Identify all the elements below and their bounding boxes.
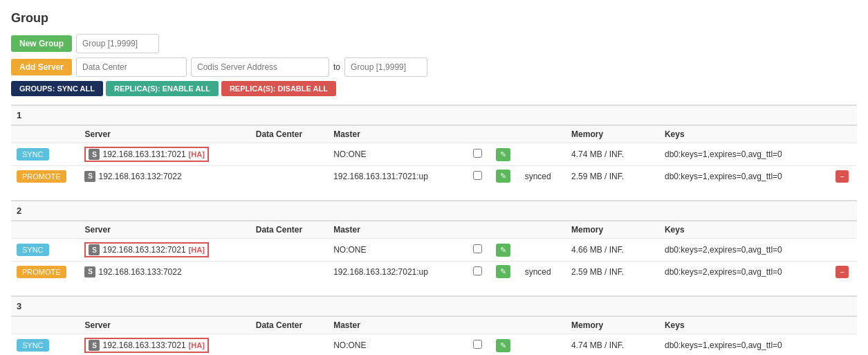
toolbar-row1: New Group [11,34,857,53]
master-cell: NO:ONE [328,143,468,166]
server-badge: S [89,149,100,160]
sync-bar: GROUPS: SYNC ALL REPLICA(S): ENABLE ALL … [11,81,857,96]
group-header-3: 3 [11,296,857,316]
data-center-cell [250,239,328,262]
memory-cell: 4.74 MB / INF. [566,143,659,166]
row-checkbox[interactable] [473,244,482,253]
group-header-1: 1 [11,105,857,125]
table-row: PROMOTES192.168.163.133:7022192.168.163.… [11,262,857,282]
remove-button[interactable]: − [835,170,848,183]
col-header-datacenter: Data Center [250,125,328,143]
edit-button[interactable]: ✎ [496,170,510,183]
master-cell: 192.168.163.131:7021:up [328,166,468,187]
memory-cell: 4.66 MB / INF. [566,239,659,262]
table-row: SYNCS192.168.163.133:7021[HA]NO:ONE✎4.74… [11,334,857,356]
col-header-server: Server [79,221,250,239]
group-table-1: 1ServerData CenterMasterMemoryKeysSYNCS1… [11,104,857,186]
keys-cell: db0:keys=1,expires=0,avg_ttl=0 [659,143,830,166]
synced-status: synced [519,166,566,187]
group-col-headers-3: ServerData CenterMasterMemoryKeys [11,316,857,334]
server-badge: S [89,244,100,255]
server-address: 192.168.163.132:7022 [98,172,181,181]
synced-status: synced [519,262,566,282]
col-header-memory: Memory [566,316,659,334]
data-center-cell [250,143,328,166]
group-table-3: 3ServerData CenterMasterMemoryKeysSYNCS1… [11,295,857,355]
new-group-input[interactable] [76,34,159,53]
synced-status [519,143,566,166]
group-to-input[interactable] [344,57,427,77]
server-address: 192.168.163.133:7021 [102,340,185,350]
new-group-button[interactable]: New Group [11,35,72,52]
master-cell: NO:ONE [328,239,468,262]
col-header-keys: Keys [659,221,830,239]
col-header-master: Master [328,221,468,239]
edit-button[interactable]: ✎ [496,339,510,352]
synced-status [519,239,566,262]
master-cell: NO:ONE [328,334,468,356]
keys-cell: db0:keys=2,expires=0,avg_ttl=0 [659,262,830,282]
server-address: 192.168.163.133:7022 [98,267,181,277]
replica-enable-all-button[interactable]: REPLICA(S): ENABLE ALL [106,81,219,96]
add-server-button[interactable]: Add Server [11,59,72,75]
col-header-master: Master [328,125,468,143]
ha-badge: [HA] [189,341,205,349]
replica-disable-all-button[interactable]: REPLICA(S): DISABLE ALL [221,81,336,96]
group-col-headers-1: ServerData CenterMasterMemoryKeys [11,125,857,143]
groups-sync-all-button[interactable]: GROUPS: SYNC ALL [11,81,103,96]
ha-badge: [HA] [189,150,205,158]
sync-button[interactable]: SYNC [17,148,49,161]
row-checkbox[interactable] [473,171,482,180]
data-center-cell [250,262,328,282]
groups-container: 1ServerData CenterMasterMemoryKeysSYNCS1… [11,104,857,355]
row-checkbox[interactable] [473,340,482,349]
keys-cell: db0:keys=1,expires=0,avg_ttl=0 [659,166,830,187]
col-header-server: Server [79,316,250,334]
col-header-memory: Memory [566,125,659,143]
row-checkbox[interactable] [473,266,482,275]
promote-button[interactable]: PROMOTE [17,170,66,183]
data-center-input[interactable] [76,57,187,77]
to-label: to [333,62,340,72]
col-header-keys: Keys [659,316,830,334]
master-cell: 192.168.163.132:7021:up [328,262,468,282]
row-checkbox[interactable] [473,149,482,158]
data-center-cell [250,334,328,356]
server-address: 192.168.163.132:7021 [102,245,185,255]
promote-button[interactable]: PROMOTE [17,266,66,278]
group-col-headers-2: ServerData CenterMasterMemoryKeys [11,221,857,239]
edit-button[interactable]: ✎ [496,148,510,161]
memory-cell: 4.74 MB / INF. [566,334,659,356]
col-header-master: Master [328,316,468,334]
table-row: PROMOTES192.168.163.132:7022192.168.163.… [11,166,857,187]
server-badge: S [84,266,95,277]
group-header-2: 2 [11,201,857,221]
col-header-datacenter: Data Center [250,221,328,239]
table-row: SYNCS192.168.163.131:7021[HA]NO:ONE✎4.74… [11,143,857,166]
group-table-2: 2ServerData CenterMasterMemoryKeysSYNCS1… [11,200,857,282]
server-badge: S [89,340,100,351]
keys-cell: db0:keys=1,expires=0,avg_ttl=0 [659,334,830,356]
sync-button[interactable]: SYNC [17,244,49,256]
server-address: 192.168.163.131:7021 [102,149,185,159]
memory-cell: 2.59 MB / INF. [566,166,659,187]
memory-cell: 2.59 MB / INF. [566,262,659,282]
col-header-memory: Memory [566,221,659,239]
remove-button[interactable]: − [835,266,848,278]
keys-cell: db0:keys=2,expires=0,avg_ttl=0 [659,239,830,262]
toolbar-row2: Add Server to [11,57,857,77]
sync-button[interactable]: SYNC [17,339,49,352]
edit-button[interactable]: ✎ [496,244,510,257]
data-center-cell [250,166,328,187]
col-header-keys: Keys [659,125,830,143]
edit-button[interactable]: ✎ [496,265,510,278]
col-header-datacenter: Data Center [250,316,328,334]
col-header-server: Server [79,125,250,143]
server-badge: S [84,171,95,182]
table-row: SYNCS192.168.163.132:7021[HA]NO:ONE✎4.66… [11,239,857,262]
codis-server-input[interactable] [191,57,329,77]
page-title: Group [11,11,857,26]
synced-status [519,334,566,356]
ha-badge: [HA] [189,246,205,254]
